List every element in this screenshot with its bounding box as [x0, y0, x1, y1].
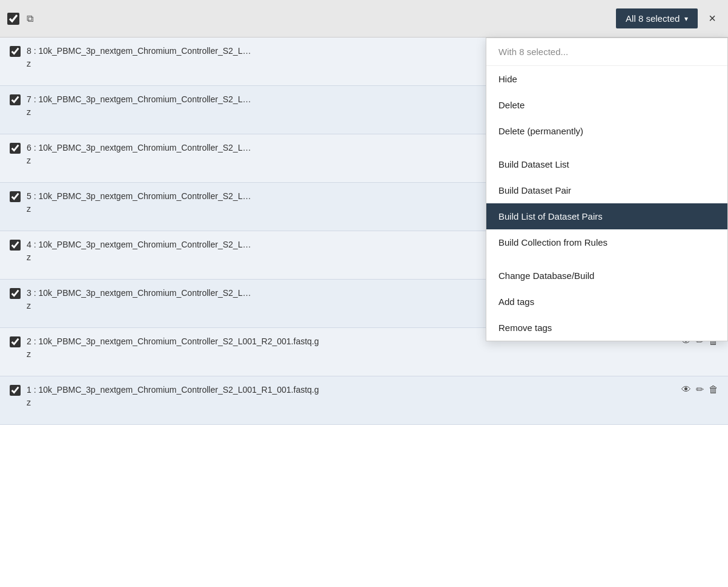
menu-item-build-dataset-list[interactable]: Build Dataset List — [486, 151, 727, 177]
item-8-checkbox[interactable] — [10, 46, 21, 57]
all-selected-button[interactable]: All 8 selected ▾ — [616, 8, 698, 28]
header-bar: ⧉ All 8 selected ▾ × With 8 selected... … — [0, 0, 728, 38]
item-3-checkbox[interactable] — [10, 288, 21, 299]
item-4-checkbox[interactable] — [10, 240, 21, 251]
menu-item-remove-tags[interactable]: Remove tags — [486, 315, 727, 341]
edit-icon[interactable]: ✏ — [696, 384, 704, 395]
main-container: ⧉ All 8 selected ▾ × With 8 selected... … — [0, 0, 728, 587]
menu-item-build-collection-from-rules[interactable]: Build Collection from Rules — [486, 229, 727, 255]
dropdown-divider-2 — [486, 255, 727, 263]
menu-item-change-database-build[interactable]: Change Database/Build — [486, 263, 727, 289]
dropdown-header: With 8 selected... — [486, 38, 727, 66]
menu-item-add-tags[interactable]: Add tags — [486, 289, 727, 315]
menu-item-build-list-of-dataset-pairs[interactable]: Build List of Dataset Pairs — [486, 203, 727, 229]
item-1-checkbox[interactable] — [10, 385, 21, 396]
item-6-checkbox[interactable] — [10, 143, 21, 154]
dropdown-divider-1 — [486, 144, 727, 151]
item-1-actions: 👁 ✏ 🗑 — [681, 384, 718, 395]
close-button[interactable]: × — [704, 9, 721, 28]
menu-item-delete[interactable]: Delete — [486, 92, 727, 118]
item-1-content: 1 : 10k_PBMC_3p_nextgem_Chromium_Control… — [27, 384, 677, 409]
expand-icon[interactable]: ⧉ — [27, 13, 33, 24]
menu-item-hide[interactable]: Hide — [486, 66, 727, 92]
list-item: 1 : 10k_PBMC_3p_nextgem_Chromium_Control… — [0, 376, 728, 425]
item-2-checkbox[interactable] — [10, 336, 21, 347]
eye-icon[interactable]: 👁 — [681, 384, 691, 395]
item-1-suffix: z — [27, 396, 677, 409]
chevron-down-icon: ▾ — [684, 15, 688, 23]
item-5-checkbox[interactable] — [10, 191, 21, 202]
select-all-checkbox[interactable] — [7, 13, 19, 25]
dropdown-menu: With 8 selected... Hide Delete Delete (p… — [486, 38, 728, 341]
item-1-label: 1 : 10k_PBMC_3p_nextgem_Chromium_Control… — [27, 384, 677, 396]
all-selected-label: All 8 selected — [626, 13, 680, 24]
trash-icon[interactable]: 🗑 — [709, 384, 718, 395]
menu-item-delete-permanently[interactable]: Delete (permanently) — [486, 118, 727, 144]
menu-item-build-dataset-pair[interactable]: Build Dataset Pair — [486, 177, 727, 203]
item-7-checkbox[interactable] — [10, 94, 21, 105]
item-2-suffix: z — [27, 348, 677, 361]
